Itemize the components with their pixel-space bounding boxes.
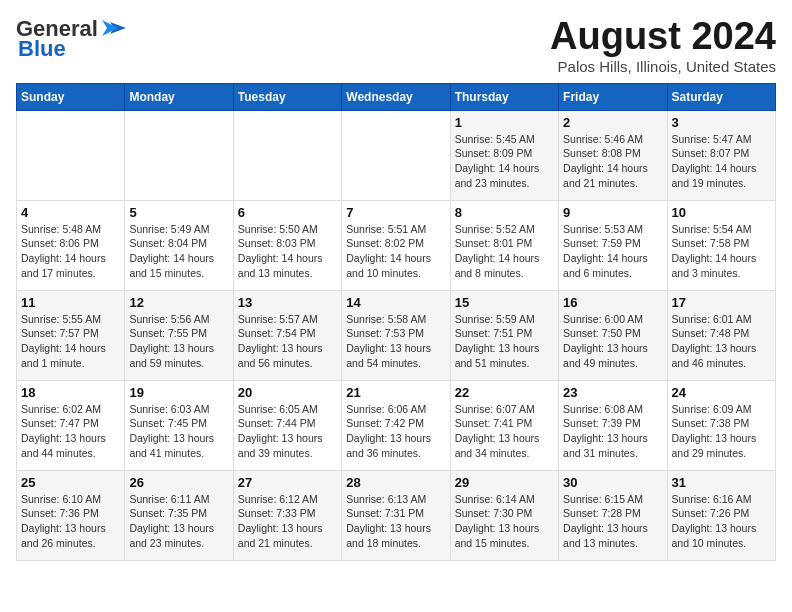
day-number: 2 bbox=[563, 115, 662, 130]
weekday-header: Tuesday bbox=[233, 83, 341, 110]
calendar-cell: 1Sunrise: 5:45 AM Sunset: 8:09 PM Daylig… bbox=[450, 110, 558, 200]
day-info: Sunrise: 6:15 AM Sunset: 7:28 PM Dayligh… bbox=[563, 492, 662, 551]
day-number: 15 bbox=[455, 295, 554, 310]
page-subtitle: Palos Hills, Illinois, United States bbox=[550, 58, 776, 75]
day-number: 16 bbox=[563, 295, 662, 310]
logo-bird-icon bbox=[100, 18, 126, 40]
calendar-week-row: 1Sunrise: 5:45 AM Sunset: 8:09 PM Daylig… bbox=[17, 110, 776, 200]
day-info: Sunrise: 6:16 AM Sunset: 7:26 PM Dayligh… bbox=[672, 492, 771, 551]
day-number: 18 bbox=[21, 385, 120, 400]
day-number: 7 bbox=[346, 205, 445, 220]
day-number: 29 bbox=[455, 475, 554, 490]
day-number: 8 bbox=[455, 205, 554, 220]
calendar-week-row: 4Sunrise: 5:48 AM Sunset: 8:06 PM Daylig… bbox=[17, 200, 776, 290]
day-number: 22 bbox=[455, 385, 554, 400]
calendar-cell: 2Sunrise: 5:46 AM Sunset: 8:08 PM Daylig… bbox=[559, 110, 667, 200]
day-info: Sunrise: 6:02 AM Sunset: 7:47 PM Dayligh… bbox=[21, 402, 120, 461]
day-number: 21 bbox=[346, 385, 445, 400]
weekday-header: Thursday bbox=[450, 83, 558, 110]
calendar-cell: 30Sunrise: 6:15 AM Sunset: 7:28 PM Dayli… bbox=[559, 470, 667, 560]
day-info: Sunrise: 6:11 AM Sunset: 7:35 PM Dayligh… bbox=[129, 492, 228, 551]
day-info: Sunrise: 5:55 AM Sunset: 7:57 PM Dayligh… bbox=[21, 312, 120, 371]
calendar-cell: 19Sunrise: 6:03 AM Sunset: 7:45 PM Dayli… bbox=[125, 380, 233, 470]
calendar-header-row: SundayMondayTuesdayWednesdayThursdayFrid… bbox=[17, 83, 776, 110]
day-number: 31 bbox=[672, 475, 771, 490]
calendar-cell: 28Sunrise: 6:13 AM Sunset: 7:31 PM Dayli… bbox=[342, 470, 450, 560]
day-info: Sunrise: 5:45 AM Sunset: 8:09 PM Dayligh… bbox=[455, 132, 554, 191]
day-info: Sunrise: 6:03 AM Sunset: 7:45 PM Dayligh… bbox=[129, 402, 228, 461]
day-info: Sunrise: 5:52 AM Sunset: 8:01 PM Dayligh… bbox=[455, 222, 554, 281]
day-info: Sunrise: 5:51 AM Sunset: 8:02 PM Dayligh… bbox=[346, 222, 445, 281]
day-number: 11 bbox=[21, 295, 120, 310]
day-info: Sunrise: 5:59 AM Sunset: 7:51 PM Dayligh… bbox=[455, 312, 554, 371]
calendar-cell: 10Sunrise: 5:54 AM Sunset: 7:58 PM Dayli… bbox=[667, 200, 775, 290]
calendar-cell: 21Sunrise: 6:06 AM Sunset: 7:42 PM Dayli… bbox=[342, 380, 450, 470]
day-info: Sunrise: 6:00 AM Sunset: 7:50 PM Dayligh… bbox=[563, 312, 662, 371]
calendar-cell: 16Sunrise: 6:00 AM Sunset: 7:50 PM Dayli… bbox=[559, 290, 667, 380]
day-info: Sunrise: 5:48 AM Sunset: 8:06 PM Dayligh… bbox=[21, 222, 120, 281]
calendar-cell: 18Sunrise: 6:02 AM Sunset: 7:47 PM Dayli… bbox=[17, 380, 125, 470]
day-info: Sunrise: 5:58 AM Sunset: 7:53 PM Dayligh… bbox=[346, 312, 445, 371]
calendar-cell: 17Sunrise: 6:01 AM Sunset: 7:48 PM Dayli… bbox=[667, 290, 775, 380]
day-info: Sunrise: 6:09 AM Sunset: 7:38 PM Dayligh… bbox=[672, 402, 771, 461]
day-info: Sunrise: 6:05 AM Sunset: 7:44 PM Dayligh… bbox=[238, 402, 337, 461]
day-info: Sunrise: 5:49 AM Sunset: 8:04 PM Dayligh… bbox=[129, 222, 228, 281]
calendar-cell: 24Sunrise: 6:09 AM Sunset: 7:38 PM Dayli… bbox=[667, 380, 775, 470]
calendar-cell: 29Sunrise: 6:14 AM Sunset: 7:30 PM Dayli… bbox=[450, 470, 558, 560]
day-number: 12 bbox=[129, 295, 228, 310]
page-title: August 2024 bbox=[550, 16, 776, 58]
calendar-week-row: 25Sunrise: 6:10 AM Sunset: 7:36 PM Dayli… bbox=[17, 470, 776, 560]
day-info: Sunrise: 5:56 AM Sunset: 7:55 PM Dayligh… bbox=[129, 312, 228, 371]
day-info: Sunrise: 6:01 AM Sunset: 7:48 PM Dayligh… bbox=[672, 312, 771, 371]
calendar-cell: 22Sunrise: 6:07 AM Sunset: 7:41 PM Dayli… bbox=[450, 380, 558, 470]
day-number: 1 bbox=[455, 115, 554, 130]
day-info: Sunrise: 5:47 AM Sunset: 8:07 PM Dayligh… bbox=[672, 132, 771, 191]
day-info: Sunrise: 6:07 AM Sunset: 7:41 PM Dayligh… bbox=[455, 402, 554, 461]
day-info: Sunrise: 6:13 AM Sunset: 7:31 PM Dayligh… bbox=[346, 492, 445, 551]
calendar-cell: 3Sunrise: 5:47 AM Sunset: 8:07 PM Daylig… bbox=[667, 110, 775, 200]
day-info: Sunrise: 6:12 AM Sunset: 7:33 PM Dayligh… bbox=[238, 492, 337, 551]
day-info: Sunrise: 6:06 AM Sunset: 7:42 PM Dayligh… bbox=[346, 402, 445, 461]
day-info: Sunrise: 6:10 AM Sunset: 7:36 PM Dayligh… bbox=[21, 492, 120, 551]
day-number: 26 bbox=[129, 475, 228, 490]
day-number: 3 bbox=[672, 115, 771, 130]
logo: General Blue bbox=[16, 16, 126, 62]
day-info: Sunrise: 6:08 AM Sunset: 7:39 PM Dayligh… bbox=[563, 402, 662, 461]
calendar-week-row: 18Sunrise: 6:02 AM Sunset: 7:47 PM Dayli… bbox=[17, 380, 776, 470]
day-info: Sunrise: 6:14 AM Sunset: 7:30 PM Dayligh… bbox=[455, 492, 554, 551]
day-info: Sunrise: 5:54 AM Sunset: 7:58 PM Dayligh… bbox=[672, 222, 771, 281]
weekday-header: Monday bbox=[125, 83, 233, 110]
day-info: Sunrise: 5:57 AM Sunset: 7:54 PM Dayligh… bbox=[238, 312, 337, 371]
calendar-cell: 31Sunrise: 6:16 AM Sunset: 7:26 PM Dayli… bbox=[667, 470, 775, 560]
weekday-header: Friday bbox=[559, 83, 667, 110]
calendar-cell bbox=[342, 110, 450, 200]
calendar-cell: 26Sunrise: 6:11 AM Sunset: 7:35 PM Dayli… bbox=[125, 470, 233, 560]
page-header: General Blue August 2024 Palos Hills, Il… bbox=[16, 16, 776, 75]
calendar-cell bbox=[125, 110, 233, 200]
calendar-cell: 14Sunrise: 5:58 AM Sunset: 7:53 PM Dayli… bbox=[342, 290, 450, 380]
day-number: 27 bbox=[238, 475, 337, 490]
day-number: 13 bbox=[238, 295, 337, 310]
calendar-cell: 7Sunrise: 5:51 AM Sunset: 8:02 PM Daylig… bbox=[342, 200, 450, 290]
day-number: 6 bbox=[238, 205, 337, 220]
calendar-table: SundayMondayTuesdayWednesdayThursdayFrid… bbox=[16, 83, 776, 561]
day-number: 20 bbox=[238, 385, 337, 400]
calendar-cell: 15Sunrise: 5:59 AM Sunset: 7:51 PM Dayli… bbox=[450, 290, 558, 380]
calendar-cell bbox=[17, 110, 125, 200]
day-number: 10 bbox=[672, 205, 771, 220]
day-number: 9 bbox=[563, 205, 662, 220]
calendar-cell: 20Sunrise: 6:05 AM Sunset: 7:44 PM Dayli… bbox=[233, 380, 341, 470]
title-block: August 2024 Palos Hills, Illinois, Unite… bbox=[550, 16, 776, 75]
logo-blue-text: Blue bbox=[16, 36, 66, 62]
calendar-cell: 27Sunrise: 6:12 AM Sunset: 7:33 PM Dayli… bbox=[233, 470, 341, 560]
weekday-header: Sunday bbox=[17, 83, 125, 110]
calendar-cell: 25Sunrise: 6:10 AM Sunset: 7:36 PM Dayli… bbox=[17, 470, 125, 560]
calendar-cell: 6Sunrise: 5:50 AM Sunset: 8:03 PM Daylig… bbox=[233, 200, 341, 290]
calendar-cell: 9Sunrise: 5:53 AM Sunset: 7:59 PM Daylig… bbox=[559, 200, 667, 290]
day-info: Sunrise: 5:53 AM Sunset: 7:59 PM Dayligh… bbox=[563, 222, 662, 281]
day-number: 23 bbox=[563, 385, 662, 400]
calendar-cell: 11Sunrise: 5:55 AM Sunset: 7:57 PM Dayli… bbox=[17, 290, 125, 380]
weekday-header: Wednesday bbox=[342, 83, 450, 110]
day-number: 30 bbox=[563, 475, 662, 490]
calendar-cell: 8Sunrise: 5:52 AM Sunset: 8:01 PM Daylig… bbox=[450, 200, 558, 290]
